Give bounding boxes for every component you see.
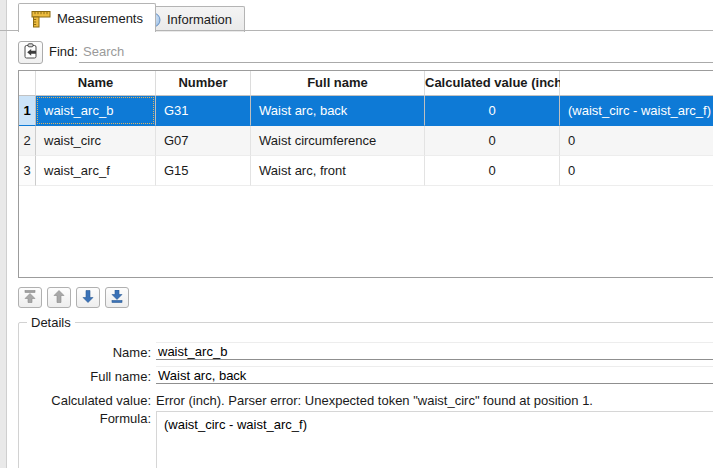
move-to-bottom-icon xyxy=(111,290,123,306)
cell-calculated-value[interactable]: 0 xyxy=(425,156,560,186)
paste-search-icon xyxy=(23,43,38,62)
cell-name[interactable]: waist_circ xyxy=(36,126,156,156)
cell-formula[interactable]: (waist_circ - waist_arc_f) xyxy=(560,96,713,126)
row-number[interactable]: 1 xyxy=(19,96,36,126)
find-row: Find: xyxy=(0,38,713,66)
move-to-bottom-button[interactable] xyxy=(105,287,129,308)
tape-measure-icon xyxy=(31,9,51,28)
column-header-name[interactable]: Name xyxy=(36,71,156,96)
column-header-calculated-value[interactable]: Calculated value (inch) xyxy=(425,71,560,96)
column-header-number[interactable]: Number xyxy=(156,71,251,96)
cell-name[interactable]: waist_arc_b xyxy=(36,96,156,126)
measurements-table: Name Number Full name Calculated value (… xyxy=(18,70,713,278)
cell-number[interactable]: G07 xyxy=(156,126,251,156)
move-to-top-button[interactable] xyxy=(18,287,42,308)
cell-calculated-value[interactable]: 0 xyxy=(425,126,560,156)
window-edge xyxy=(0,0,7,468)
find-button[interactable] xyxy=(18,41,43,64)
tab-measurements[interactable]: Measurements xyxy=(18,3,156,32)
name-label: Name: xyxy=(19,345,151,360)
move-down-icon xyxy=(82,290,94,306)
cell-number[interactable]: G31 xyxy=(156,96,251,126)
full-name-field[interactable] xyxy=(156,366,713,384)
cell-name[interactable]: waist_arc_f xyxy=(36,156,156,186)
table-row[interactable]: 2 waist_circ G07 Waist circumference 0 0 xyxy=(19,126,713,156)
name-field[interactable] xyxy=(156,342,713,360)
table-row[interactable]: 1 waist_arc_b G31 Waist arc, back 0 (wai… xyxy=(19,96,713,126)
column-header-formula[interactable] xyxy=(560,71,713,96)
move-down-button[interactable] xyxy=(76,287,100,308)
table-header-row: Name Number Full name Calculated value (… xyxy=(19,71,713,96)
find-label: Find: xyxy=(49,44,78,59)
cell-full-name[interactable]: Waist circumference xyxy=(251,126,425,156)
move-up-button[interactable] xyxy=(47,287,71,308)
formula-label: Formula: xyxy=(19,411,151,426)
move-up-icon xyxy=(53,290,65,306)
tab-label: Information xyxy=(167,12,232,27)
search-input[interactable] xyxy=(79,40,713,63)
cell-formula[interactable]: 0 xyxy=(560,156,713,186)
formula-field[interactable]: (waist_circ - waist_arc_f) xyxy=(156,411,713,468)
row-number[interactable]: 2 xyxy=(19,126,36,156)
cell-full-name[interactable]: Waist arc, back xyxy=(251,96,425,126)
tab-label: Measurements xyxy=(57,11,143,26)
table-row[interactable]: 3 waist_arc_f G15 Waist arc, front 0 0 xyxy=(19,156,713,186)
full-name-label: Full name: xyxy=(19,369,151,384)
move-button-bar xyxy=(18,287,129,309)
tab-bar: Information Measurements xyxy=(0,0,713,31)
details-title: Details xyxy=(27,315,75,330)
cell-calculated-value[interactable]: 0 xyxy=(425,96,560,126)
details-groupbox: Details Name: Full name: Calculated valu… xyxy=(18,322,713,468)
column-header-full-name[interactable]: Full name xyxy=(251,71,425,96)
calculated-value-label: Calculated value: xyxy=(19,393,151,408)
cell-formula[interactable]: 0 xyxy=(560,126,713,156)
cell-number[interactable]: G15 xyxy=(156,156,251,186)
calculated-value-error-text: Error (inch). Parser error: Unexpected t… xyxy=(156,393,713,408)
cell-full-name[interactable]: Waist arc, front xyxy=(251,156,425,186)
move-to-top-icon xyxy=(24,290,36,306)
row-number[interactable]: 3 xyxy=(19,156,36,186)
row-number-header xyxy=(19,71,36,96)
measurements-dialog: Information Measurements xyxy=(0,0,713,468)
